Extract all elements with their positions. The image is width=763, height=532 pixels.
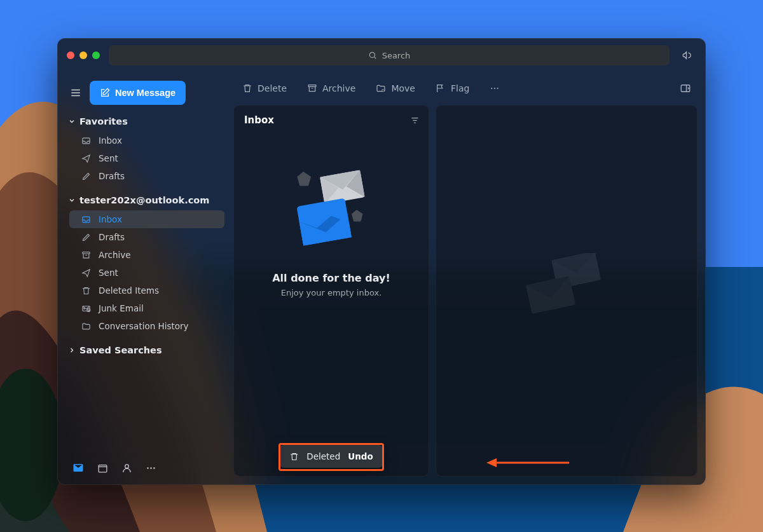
folder-label: Junk Email <box>99 303 144 313</box>
hamburger-button[interactable] <box>68 85 83 100</box>
svg-point-17 <box>125 464 128 468</box>
svg-rect-10 <box>82 252 89 254</box>
annotation-arrow <box>486 456 569 469</box>
folder-item[interactable]: Drafts <box>69 167 224 185</box>
draft-icon <box>81 172 91 181</box>
folder-label: Archive <box>99 250 131 260</box>
folder-item[interactable]: Inbox <box>69 210 224 228</box>
mail-tab-button[interactable] <box>72 462 85 474</box>
draft-icon <box>81 233 91 242</box>
window-close-button[interactable] <box>67 51 74 59</box>
more-apps-button[interactable] <box>144 463 157 474</box>
calendar-tab-button[interactable] <box>96 463 109 474</box>
folder-item[interactable]: Sent <box>69 264 224 282</box>
svg-marker-31 <box>297 172 311 186</box>
svg-rect-21 <box>308 85 316 87</box>
trash-icon <box>242 83 252 93</box>
archive-icon <box>81 250 91 260</box>
mail-icon <box>72 462 84 474</box>
account-folders-list: InboxDraftsArchiveSentDeleted ItemsJunk … <box>63 209 224 341</box>
archive-icon <box>307 83 317 93</box>
svg-line-4 <box>374 57 376 59</box>
search-placeholder: Search <box>382 51 411 60</box>
trash-icon <box>289 452 299 461</box>
search-input[interactable]: Search <box>109 45 670 65</box>
outlook-window: Search New Message Favorites InboxSentDr… <box>57 38 706 485</box>
undo-toast: Deleted Undo <box>279 445 383 468</box>
move-icon <box>376 83 386 93</box>
folder-item[interactable]: Junk Email <box>69 299 224 317</box>
empty-title: All done for the day! <box>272 272 390 284</box>
megaphone-button[interactable] <box>678 50 696 61</box>
folder-item[interactable]: Sent <box>69 149 224 167</box>
panel-icon <box>680 83 691 94</box>
empty-subtitle: Enjoy your empty inbox. <box>281 288 382 297</box>
svg-rect-15 <box>99 465 107 472</box>
move-button[interactable]: Move <box>371 79 420 97</box>
message-list-pane: Inbox <box>233 105 429 477</box>
svg-marker-32 <box>352 210 363 221</box>
send-icon <box>81 154 91 163</box>
toast-message: Deleted <box>306 451 340 461</box>
people-tab-button[interactable] <box>120 463 133 474</box>
toolbar-more-button[interactable] <box>485 79 505 97</box>
flag-icon <box>436 83 446 93</box>
delete-button[interactable]: Delete <box>237 79 292 97</box>
folder-item[interactable]: Deleted Items <box>69 282 224 299</box>
undo-button[interactable]: Undo <box>348 451 373 461</box>
new-message-label: New Message <box>115 88 175 98</box>
folder-label: Drafts <box>99 232 125 242</box>
svg-point-18 <box>147 467 148 468</box>
message-list-title: Inbox <box>244 114 274 126</box>
folder-icon <box>81 322 91 331</box>
favorites-header[interactable]: Favorites <box>63 113 224 130</box>
search-icon <box>368 51 377 60</box>
calendar-icon <box>97 463 108 474</box>
svg-point-25 <box>497 88 498 89</box>
window-zoom-button[interactable] <box>92 51 100 59</box>
compose-icon <box>100 88 110 98</box>
svg-point-19 <box>150 467 151 468</box>
person-icon <box>121 463 132 474</box>
new-message-button[interactable]: New Message <box>90 81 186 105</box>
inbox-icon <box>81 136 91 146</box>
move-label: Move <box>391 83 415 93</box>
empty-reading-illustration <box>522 253 611 329</box>
svg-point-23 <box>491 88 493 89</box>
flag-button[interactable]: Flag <box>430 79 474 97</box>
titlebar: Search <box>58 39 705 72</box>
svg-point-24 <box>494 88 495 89</box>
folder-item[interactable]: Drafts <box>69 228 224 246</box>
folder-label: Sent <box>99 153 118 163</box>
folder-label: Inbox <box>99 135 122 146</box>
folder-item[interactable]: Inbox <box>69 132 224 149</box>
folder-label: Sent <box>99 268 118 278</box>
reading-pane <box>436 105 698 477</box>
svg-point-20 <box>153 467 155 468</box>
svg-point-3 <box>369 52 375 57</box>
toolbar: Delete Archive Move Flag <box>230 72 705 105</box>
saved-searches-label: Saved Searches <box>79 345 162 355</box>
flag-label: Flag <box>451 83 469 93</box>
folder-label: Drafts <box>99 171 125 181</box>
account-header[interactable]: tester202x@outlook.com <box>63 191 224 209</box>
saved-searches-header[interactable]: Saved Searches <box>63 341 224 359</box>
folder-item[interactable]: Conversation History <box>69 317 224 335</box>
filter-button[interactable] <box>410 116 420 125</box>
empty-inbox-illustration <box>280 161 382 263</box>
account-label: tester202x@outlook.com <box>79 195 209 205</box>
sidebar-bottom-tabs <box>63 454 224 484</box>
svg-point-12 <box>83 308 84 308</box>
megaphone-icon <box>682 50 693 61</box>
chevron-right-icon <box>68 346 76 354</box>
toggle-reading-pane-button[interactable] <box>675 79 696 98</box>
chevron-down-icon <box>68 196 76 204</box>
junk-icon <box>81 304 91 313</box>
svg-marker-38 <box>486 458 497 467</box>
trash-icon <box>81 286 91 296</box>
archive-button[interactable]: Archive <box>302 79 361 97</box>
folder-label: Inbox <box>99 214 122 224</box>
folder-item[interactable]: Archive <box>69 246 224 264</box>
window-minimize-button[interactable] <box>79 51 87 59</box>
inbox-icon <box>81 215 91 224</box>
